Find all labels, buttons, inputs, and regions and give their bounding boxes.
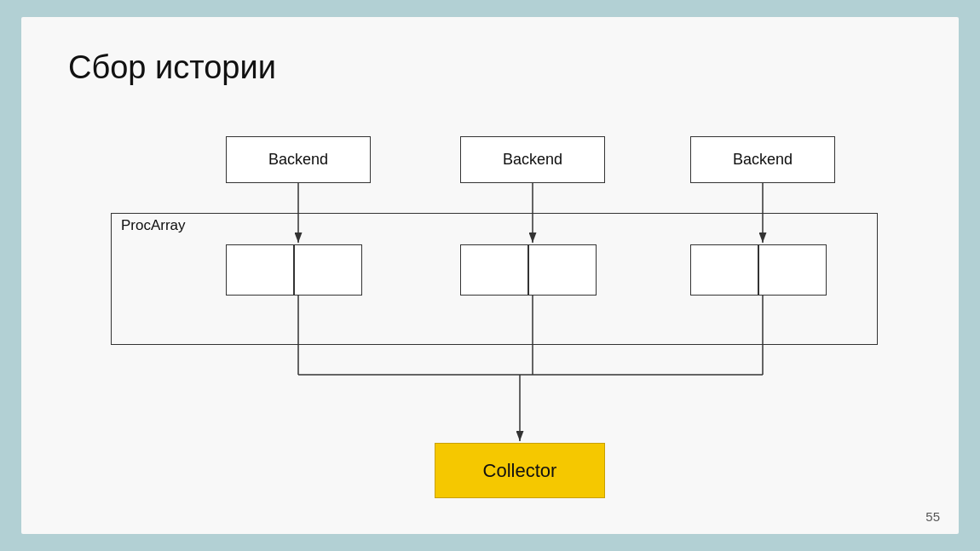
proc-cell-3a bbox=[690, 244, 758, 296]
proc-cell-group-2 bbox=[460, 244, 597, 296]
page-title: Сбор истории bbox=[68, 49, 276, 86]
proc-cell-1a bbox=[226, 244, 294, 296]
proc-cell-2a bbox=[460, 244, 528, 296]
proc-cell-3b bbox=[758, 244, 827, 296]
backend-box-3: Backend bbox=[690, 136, 835, 183]
collector-box: Collector bbox=[435, 443, 605, 498]
backend-box-2: Backend bbox=[460, 136, 605, 183]
proc-cell-2b bbox=[528, 244, 597, 296]
proc-cell-1b bbox=[294, 244, 362, 296]
proc-cell-group-1 bbox=[226, 244, 362, 296]
diagram: Backend Backend Backend ProcArray Collec… bbox=[68, 111, 912, 500]
slide-number: 55 bbox=[925, 509, 940, 524]
proc-cell-group-3 bbox=[690, 244, 827, 296]
backend-box-1: Backend bbox=[226, 136, 371, 183]
procarray-label: ProcArray bbox=[121, 217, 186, 234]
slide: Сбор истории Backend Backend Backend Pro… bbox=[21, 17, 959, 534]
